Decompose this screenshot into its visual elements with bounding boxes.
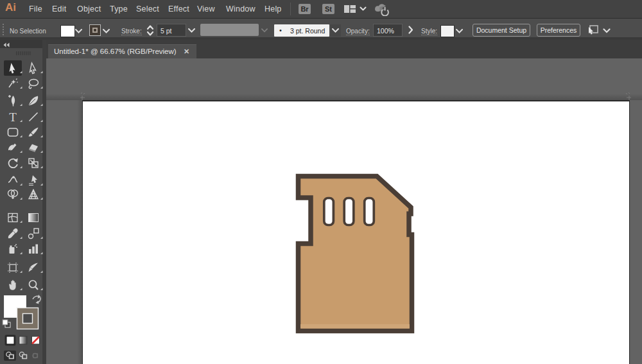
svg-text:T: T [9, 110, 17, 124]
